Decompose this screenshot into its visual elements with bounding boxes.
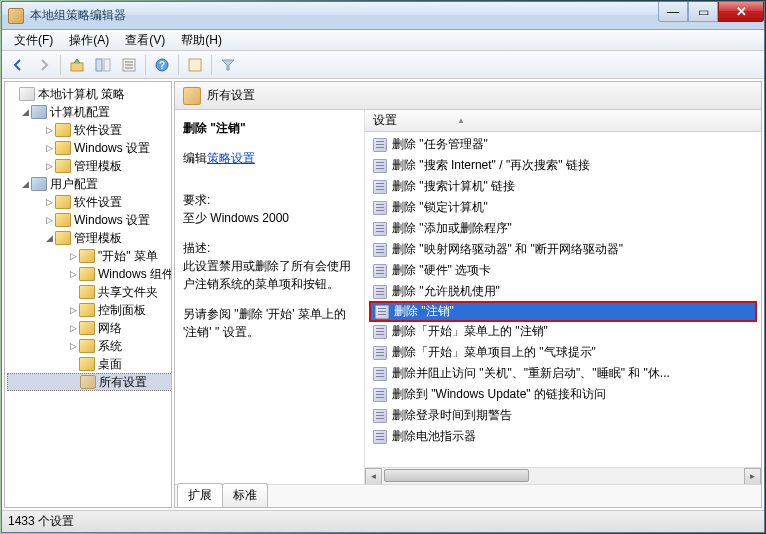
policy-item-icon [373, 264, 387, 278]
scroll-track[interactable] [382, 468, 744, 484]
list-item-label: 删除 "允许脱机使用" [392, 283, 500, 300]
svg-rect-6 [189, 59, 201, 71]
filter-button[interactable] [216, 54, 240, 76]
maximize-button[interactable]: ▭ [688, 2, 718, 22]
tree-twisty[interactable]: ▷ [67, 305, 79, 315]
config-icon [31, 177, 47, 191]
window: 本地组策略编辑器 — ▭ ✕ 文件(F) 操作(A) 查看(V) 帮助(H) ?… [1, 1, 765, 533]
list-item-label: 删除并阻止访问 "关机"、"重新启动"、"睡眠" 和 "休... [392, 365, 670, 382]
tree-twisty[interactable]: ▷ [43, 161, 55, 171]
tree-pane[interactable]: 本地计算机 策略 ◢计算机配置 ▷软件设置 ▷Windows 设置 ▷管理模板 … [4, 81, 172, 508]
menu-file[interactable]: 文件(F) [6, 30, 61, 51]
scroll-thumb[interactable] [384, 469, 529, 482]
policy-item-icon [373, 180, 387, 194]
desc-req-label: 要求: [183, 191, 356, 209]
menu-view[interactable]: 查看(V) [117, 30, 173, 51]
tree-twisty[interactable]: ▷ [67, 269, 79, 279]
tree-root[interactable]: 本地计算机 策略 [7, 85, 172, 103]
tree-twisty[interactable]: ▷ [67, 341, 79, 351]
list-item[interactable]: 删除电池指示器 [369, 426, 757, 447]
tree-twisty[interactable]: ▷ [43, 215, 55, 225]
list-item-label: 删除 "添加或删除程序" [392, 220, 512, 237]
list-item[interactable]: 删除 "搜索 Internet" / "再次搜索" 链接 [369, 155, 757, 176]
minimize-button[interactable]: — [658, 2, 688, 22]
list-item[interactable]: 删除 "搜索计算机" 链接 [369, 176, 757, 197]
tree-admin-templates[interactable]: ◢管理模板 [7, 229, 172, 247]
tree-twisty[interactable]: ▷ [67, 323, 79, 333]
export-button[interactable] [117, 54, 141, 76]
list-item-label: 删除电池指示器 [392, 428, 476, 445]
scroll-left-button[interactable]: ◄ [365, 468, 382, 484]
menu-help[interactable]: 帮助(H) [173, 30, 230, 51]
list-item[interactable]: 删除 "注销" [369, 301, 757, 322]
tree-twisty[interactable]: ▷ [43, 125, 55, 135]
close-button[interactable]: ✕ [718, 2, 764, 22]
horizontal-scrollbar[interactable]: ◄ ► [365, 467, 761, 484]
tree-label: Windows 设置 [74, 212, 150, 229]
svg-rect-2 [104, 59, 110, 71]
tree-item[interactable]: ▷系统 [7, 337, 172, 355]
tree-twisty[interactable]: ◢ [19, 107, 31, 117]
details-header: 所有设置 [175, 82, 761, 110]
policy-item-icon [373, 285, 387, 299]
folder-icon [55, 123, 71, 137]
list-item[interactable]: 删除并阻止访问 "关机"、"重新启动"、"睡眠" 和 "休... [369, 363, 757, 384]
tree-item[interactable]: ▷Windows 设置 [7, 211, 172, 229]
folder-icon [79, 339, 95, 353]
show-hide-tree-button[interactable] [91, 54, 115, 76]
menu-action[interactable]: 操作(A) [61, 30, 117, 51]
list-item[interactable]: 删除 "添加或删除程序" [369, 218, 757, 239]
folder-icon [55, 141, 71, 155]
scroll-right-button[interactable]: ► [744, 468, 761, 484]
tree-twisty[interactable]: ◢ [19, 179, 31, 189]
list-item[interactable]: 删除 "任务管理器" [369, 134, 757, 155]
tree-twisty[interactable]: ◢ [43, 233, 55, 243]
titlebar: 本地组策略编辑器 — ▭ ✕ [2, 2, 764, 30]
list-item[interactable]: 删除 "锁定计算机" [369, 197, 757, 218]
tree-item[interactable]: 桌面 [7, 355, 172, 373]
tree-all-settings[interactable]: 所有设置 [7, 373, 172, 391]
tree-twisty[interactable]: ▷ [43, 143, 55, 153]
list-item[interactable]: 删除到 "Windows Update" 的链接和访问 [369, 384, 757, 405]
tree-twisty[interactable]: ▷ [67, 251, 79, 261]
list-item-label: 删除 "注销" [394, 303, 454, 320]
tree-item[interactable]: ▷软件设置 [7, 193, 172, 211]
back-button[interactable] [6, 54, 30, 76]
policy-settings-link[interactable]: 策略设置 [207, 149, 255, 167]
tree-user-config[interactable]: ◢用户配置 [7, 175, 172, 193]
list-item[interactable]: 删除 "硬件" 选项卡 [369, 260, 757, 281]
tree-twisty[interactable]: ▷ [43, 197, 55, 207]
status-text: 1433 个设置 [8, 513, 74, 530]
list-column-header[interactable]: 设置 ▲ [365, 110, 761, 132]
separator [211, 55, 212, 75]
policy-item-icon [373, 138, 387, 152]
tree-item[interactable]: 共享文件夹 [7, 283, 172, 301]
folder-icon [79, 249, 95, 263]
list-item-label: 删除 "搜索计算机" 链接 [392, 178, 515, 195]
help-button[interactable]: ? [150, 54, 174, 76]
settings-list[interactable]: 删除 "任务管理器"删除 "搜索 Internet" / "再次搜索" 链接删除… [365, 132, 761, 467]
tree-item[interactable]: ▷网络 [7, 319, 172, 337]
up-button[interactable] [65, 54, 89, 76]
list-item[interactable]: 删除「开始」菜单上的 "注销" [369, 321, 757, 342]
tab-extended[interactable]: 扩展 [177, 483, 223, 508]
tree-item[interactable]: ▷Windows 设置 [7, 139, 172, 157]
list-item[interactable]: 删除登录时间到期警告 [369, 405, 757, 426]
forward-button[interactable] [32, 54, 56, 76]
tree-item[interactable]: ▷Windows 组件 [7, 265, 172, 283]
tab-standard[interactable]: 标准 [222, 483, 268, 507]
header-title: 所有设置 [207, 87, 255, 104]
list-item[interactable]: 删除「开始」菜单项目上的 "气球提示" [369, 342, 757, 363]
list-item-label: 删除「开始」菜单上的 "注销" [392, 323, 548, 340]
policy-item-icon [373, 222, 387, 236]
tree-item[interactable]: ▷软件设置 [7, 121, 172, 139]
tree-computer-config[interactable]: ◢计算机配置 [7, 103, 172, 121]
list-item[interactable]: 删除 "允许脱机使用" [369, 281, 757, 302]
properties-button[interactable] [183, 54, 207, 76]
tree-item[interactable]: ▷"开始" 菜单 [7, 247, 172, 265]
list-item[interactable]: 删除 "映射网络驱动器" 和 "断开网络驱动器" [369, 239, 757, 260]
list-item-label: 删除 "映射网络驱动器" 和 "断开网络驱动器" [392, 241, 623, 258]
policy-item-icon [373, 388, 387, 402]
tree-item[interactable]: ▷控制面板 [7, 301, 172, 319]
tree-item[interactable]: ▷管理模板 [7, 157, 172, 175]
